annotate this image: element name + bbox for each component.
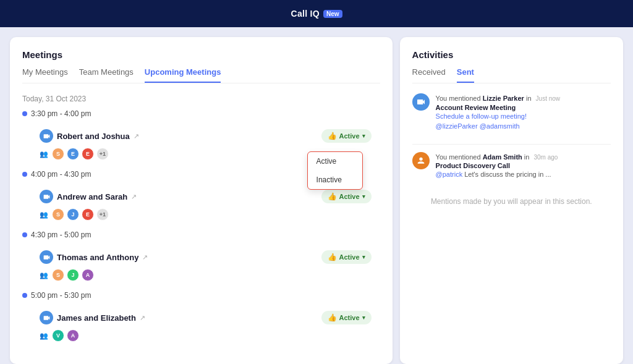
tab-sent[interactable]: Sent — [457, 67, 474, 83]
time-dot-1 — [22, 111, 27, 116]
status-button-2[interactable]: 👍 Active ▾ — [321, 190, 372, 203]
chevron-icon-1: ▾ — [362, 133, 365, 139]
dropdown-active[interactable]: Active — [308, 152, 362, 171]
activity-item-1: You mentioned Lizzie Parker in Just now … — [412, 93, 611, 132]
attendees-icon-2: 👥 — [40, 211, 48, 219]
avatar-s3: S — [52, 269, 64, 281]
tab-received[interactable]: Received — [412, 67, 446, 83]
activity-content-1: You mentioned Lizzie Parker in Just now … — [436, 93, 611, 132]
activity-message-2: @patrick Let's discuss the pricing in ..… — [436, 169, 611, 180]
activity-time-1: Just now — [536, 95, 560, 102]
chevron-icon-4: ▾ — [362, 315, 365, 321]
external-link-icon-1[interactable]: ↗ — [134, 132, 139, 140]
tab-team-meetings[interactable]: Team Meetings — [79, 67, 134, 83]
tab-my-meetings[interactable]: My Meetings — [22, 67, 68, 83]
meeting-header-3: Thomas and Anthony ↗ 👍 Active ▾ — [40, 250, 372, 264]
activity-mention-lizzie[interactable]: @lizzieParker — [436, 122, 478, 130]
avatar-a3: A — [82, 269, 94, 281]
meetings-title: Meetings — [22, 49, 380, 60]
time-label-3: 4:30 pm - 5:00 pm — [31, 231, 91, 239]
activity-mention-adam[interactable]: @adamsmith — [480, 122, 520, 130]
meetings-tabs: My Meetings Team Meetings Upcoming Meeti… — [22, 67, 380, 83]
activity-text-1: You mentioned Lizzie Parker in Just now — [436, 93, 611, 104]
time-slot-3: 4:30 pm - 5:00 pm — [22, 231, 380, 239]
activity-meeting-2: Product Discovery Call — [436, 162, 611, 169]
thumb-up-icon-4: 👍 — [328, 313, 337, 322]
time-label-1: 3:30 pm - 4:00 pm — [31, 109, 91, 118]
mentioned-name-1: Lizzie Parker — [483, 95, 524, 102]
avatar-j2: J — [67, 208, 79, 221]
avatar-s1: S — [52, 148, 64, 160]
activities-panel: Activities Received Sent You mentioned L… — [400, 37, 623, 364]
main-area: Meetings My Meetings Team Meetings Upcom… — [0, 27, 633, 364]
dropdown-inactive[interactable]: Inactive — [308, 171, 362, 189]
meeting-card-4: James and Elizabeth ↗ 👍 Active ▾ 👥 V A — [31, 305, 380, 348]
external-link-icon-2[interactable]: ↗ — [131, 193, 137, 201]
avatar-a4: A — [67, 329, 79, 342]
avatar-e2: E — [82, 148, 94, 160]
dropdown-menu-1: Active Inactive — [307, 151, 363, 190]
meeting-name-3: Thomas and Anthony — [57, 253, 138, 262]
thumb-up-icon-3: 👍 — [328, 253, 337, 261]
meeting-title-row-1: Robert and Joshua ↗ — [40, 129, 139, 143]
status-button-1[interactable]: 👍 Active ▾ — [321, 129, 372, 143]
status-button-3[interactable]: 👍 Active ▾ — [321, 250, 372, 264]
activity-link-1[interactable]: Schedule a follow-up meeting! — [436, 112, 527, 120]
avatar-plus-2: +1 — [96, 208, 109, 221]
activity-avatar-1 — [412, 93, 430, 111]
attendees-icon-1: 👥 — [40, 150, 48, 158]
activities-title: Activities — [412, 49, 611, 60]
activity-divider — [412, 144, 611, 145]
time-dot-4 — [22, 293, 27, 298]
time-dot-3 — [22, 232, 27, 237]
meeting-icon-4 — [40, 311, 53, 324]
activities-tabs: Received Sent — [412, 67, 611, 83]
external-link-icon-4[interactable]: ↗ — [140, 314, 145, 322]
meeting-title-row-3: Thomas and Anthony ↗ — [40, 250, 148, 264]
avatars-row-4: 👥 V A — [40, 329, 372, 342]
meeting-icon-3 — [40, 250, 53, 264]
tab-upcoming-meetings[interactable]: Upcoming Meetings — [145, 67, 221, 83]
meetings-panel: Meetings My Meetings Team Meetings Upcom… — [10, 37, 393, 364]
meeting-card-1: Robert and Joshua ↗ 👍 Active ▾ Active In… — [31, 123, 380, 166]
activity-avatar-2 — [412, 152, 430, 169]
chevron-icon-3: ▾ — [362, 254, 365, 260]
time-slot-4: 5:00 pm - 5:30 pm — [22, 291, 380, 300]
external-link-icon-3[interactable]: ↗ — [142, 253, 148, 261]
meeting-header-1: Robert and Joshua ↗ 👍 Active ▾ Active In… — [40, 129, 372, 143]
attendees-icon-4: 👥 — [40, 332, 48, 340]
empty-note: Mentions made by you will appear in this… — [412, 197, 611, 206]
meeting-icon-2 — [40, 190, 53, 203]
avatar-e3: E — [82, 208, 94, 221]
activity-link-2[interactable]: @patrick — [436, 171, 463, 178]
mentioned-name-2: Adam Smith — [483, 153, 522, 161]
time-dot-2 — [22, 172, 27, 177]
meeting-header-2: Andrew and Sarah ↗ 👍 Active ▾ — [40, 190, 372, 203]
time-label-4: 5:00 pm - 5:30 pm — [31, 291, 91, 300]
avatar-e1: E — [67, 148, 79, 160]
chevron-icon-2: ▾ — [362, 193, 365, 200]
time-slot-1: 3:30 pm - 4:00 pm — [22, 109, 380, 118]
meeting-header-4: James and Elizabeth ↗ 👍 Active ▾ — [40, 311, 372, 324]
activity-meeting-1: Account Review Meeting — [436, 104, 611, 111]
activity-time-2: 30m ago — [534, 154, 558, 161]
status-label-2: Active — [339, 193, 360, 200]
activity-item-2: You mentioned Adam Smith in 30m ago Prod… — [412, 152, 611, 180]
meeting-icon-1 — [40, 129, 53, 143]
status-button-4[interactable]: 👍 Active ▾ — [321, 311, 372, 324]
meeting-name-4: James and Elizabeth — [57, 313, 136, 323]
app-title: Call IQ — [291, 9, 319, 19]
meeting-title-row-4: James and Elizabeth ↗ — [40, 311, 145, 324]
thumb-up-icon-2: 👍 — [328, 192, 337, 201]
activity-message-1: Schedule a follow-up meeting! @lizziePar… — [436, 111, 611, 132]
avatar-v4: V — [52, 329, 64, 342]
thumb-up-icon-1: 👍 — [328, 132, 337, 140]
new-badge: New — [323, 10, 342, 18]
avatars-row-2: 👥 S J E +1 — [40, 208, 372, 221]
meeting-name-1: Robert and Joshua — [57, 132, 130, 141]
meeting-card-3: Thomas and Anthony ↗ 👍 Active ▾ 👥 S J A — [31, 244, 380, 287]
meeting-title-row-2: Andrew and Sarah ↗ — [40, 190, 137, 203]
avatar-j3: J — [67, 269, 79, 281]
svg-point-0 — [419, 157, 422, 160]
status-label-3: Active — [339, 253, 360, 261]
